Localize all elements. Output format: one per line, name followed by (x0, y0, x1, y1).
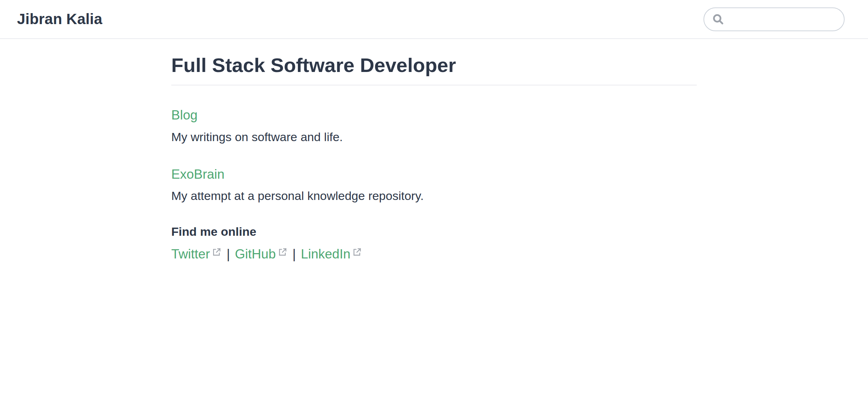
site-title[interactable]: Jibran Kalia (17, 11, 102, 28)
external-link-icon (278, 247, 288, 257)
find-me-online-heading: Find me online (171, 225, 697, 239)
search-input[interactable] (729, 13, 837, 26)
external-link-icon (212, 247, 222, 257)
twitter-link-label: Twitter (171, 247, 210, 261)
link-separator: | (227, 247, 230, 261)
external-link-icon (352, 247, 362, 257)
page: Jibran Kalia Full Stack Software Develop… (0, 0, 868, 407)
blog-description: My writings on software and life. (171, 129, 697, 145)
section-blog: Blog My writings on software and life. (171, 85, 697, 145)
github-link-label: GitHub (235, 247, 276, 261)
github-link[interactable]: GitHub (235, 247, 288, 261)
search-box[interactable] (703, 7, 845, 31)
main-content: Full Stack Software Developer Blog My wr… (171, 39, 697, 263)
link-separator: | (293, 247, 296, 261)
blog-link[interactable]: Blog (171, 107, 197, 123)
linkedin-link-label: LinkedIn (301, 247, 350, 261)
section-exobrain: ExoBrain My attempt at a personal knowle… (171, 145, 697, 204)
exobrain-description: My attempt at a personal knowledge repos… (171, 188, 697, 203)
exobrain-link[interactable]: ExoBrain (171, 167, 224, 182)
page-title: Full Stack Software Developer (171, 53, 697, 77)
social-links-row: Twitter |GitHub |LinkedIn (171, 246, 697, 263)
search-icon (712, 13, 724, 26)
twitter-link[interactable]: Twitter (171, 247, 222, 261)
site-header: Jibran Kalia (0, 0, 868, 39)
linkedin-link[interactable]: LinkedIn (301, 247, 362, 261)
